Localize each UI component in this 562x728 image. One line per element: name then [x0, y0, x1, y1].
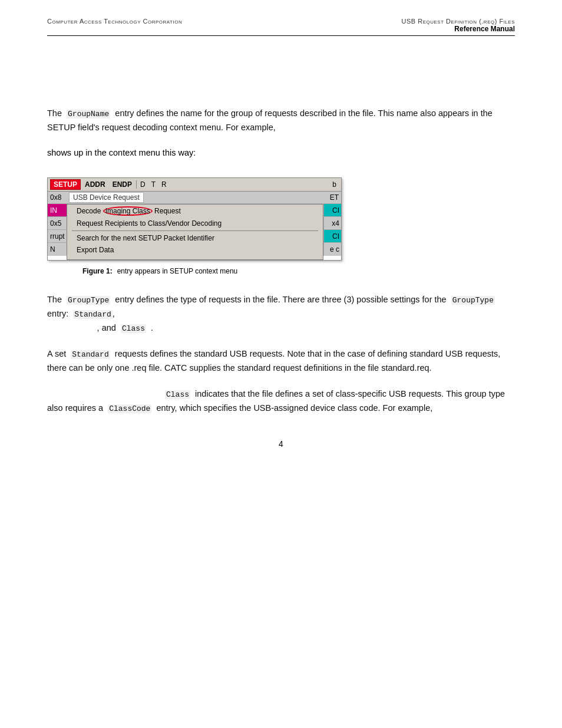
toolbar-t: T: [149, 180, 158, 189]
p2-text2: entry defines the type of requests in th…: [115, 295, 446, 304]
cm-ec-label: e c: [330, 245, 339, 253]
p4-inline2: ClassCode: [108, 404, 151, 413]
p2-text4: ,: [113, 309, 115, 318]
p4-inline1: Class: [165, 390, 190, 399]
header-company: Computer Access Technology Corporation: [47, 18, 182, 25]
menu-item-search[interactable]: Search for the next SETUP Packet Identif…: [67, 232, 323, 244]
cm-n-row: N: [48, 243, 67, 256]
menu-decode-after: Request: [153, 207, 181, 215]
cm-right-ec: e c: [323, 243, 341, 256]
cm-ci2-label: CI: [332, 232, 339, 241]
menu-item-decode[interactable]: Decode Imaging Class Request: [67, 205, 323, 218]
context-menu-image: SETUP ADDR ENDP D T R b 0x8 USB Device R…: [47, 177, 342, 261]
cm-row-1: 0x8 USB Device Request ET: [48, 192, 341, 204]
cm-in-label: IN: [50, 206, 57, 215]
toolbar-bar: SETUP ADDR ENDP D T R b: [48, 178, 341, 192]
p4-text-block: Class indicates that the file defines a …: [47, 387, 515, 416]
cm-right-ci1: CI: [323, 204, 341, 217]
cm-0x5-label: 0x5: [50, 219, 61, 228]
main-content: The GroupName entry defines the name for…: [47, 107, 515, 416]
p2-text5: , and: [97, 323, 116, 332]
menu-separator-1: [72, 230, 318, 231]
header-doc-title: USB Request Definition (.req) Files: [402, 18, 515, 25]
menu-decode-imaging: Imaging Class: [103, 206, 153, 216]
p1-text-before: The: [47, 108, 62, 118]
p3-inline1: Standard: [71, 350, 110, 359]
page-header: Computer Access Technology Corporation U…: [47, 18, 515, 36]
p1-inline-groupname: GroupName: [67, 110, 110, 118]
toolbar-r: R: [159, 180, 169, 189]
shows-up-text: shows up in the context menu this way:: [47, 148, 196, 157]
cm-row-0x5: 0x5: [48, 217, 67, 230]
cm-row1-right: ET: [330, 193, 339, 202]
cm-x4-label: x4: [332, 219, 339, 228]
toolbar-b: b: [330, 180, 339, 189]
p1-text-after: entry defines the name for the group of …: [47, 108, 492, 132]
p2-text6: .: [151, 323, 153, 332]
context-menu-section: SETUP ADDR ENDP D T R b 0x8 USB Device R…: [47, 177, 515, 275]
toolbar-addr: ADDR: [82, 180, 108, 189]
p4-text2: entry, which specifies the USB-assigned …: [156, 403, 432, 413]
paragraph-1: The GroupName entry defines the name for…: [47, 107, 515, 134]
figure-text: entry appears in SETUP context menu: [117, 267, 238, 275]
p2-inline3: Standard: [73, 310, 112, 319]
paragraph-2: The GroupType entry defines the type of …: [47, 293, 515, 335]
p2-inline2: GroupType: [451, 296, 495, 305]
cm-row-in: IN: [48, 204, 67, 217]
p2-text3: entry:: [47, 309, 68, 318]
figure-caption: Figure 1: entry appears in SETUP context…: [82, 267, 515, 275]
cm-dropdown-area: IN 0x5 rrupt N: [48, 204, 341, 260]
header-ref-manual: Reference Manual: [402, 25, 515, 33]
menu-item-recipients[interactable]: Request Recipients to Class/Vendor Decod…: [67, 218, 323, 229]
cm-left-col: IN 0x5 rrupt N: [48, 204, 67, 260]
toolbar-endp: ENDP: [110, 180, 135, 189]
p3-text1: A set: [47, 349, 66, 358]
paragraph-3: A set Standard requests defines the stan…: [47, 347, 515, 375]
figure-label: Figure 1:: [82, 267, 113, 275]
dropdown-menu: Decode Imaging Class Request Request Rec…: [67, 204, 323, 260]
cm-right-ci2: CI: [323, 230, 341, 243]
toolbar-d: D: [138, 180, 148, 189]
cm-rrupt-row: rrupt: [48, 230, 67, 243]
paragraph-4: Class indicates that the file defines a …: [47, 387, 515, 416]
cm-ci1-label: CI: [332, 206, 339, 215]
shows-up-paragraph: shows up in the context menu this way:: [47, 146, 515, 160]
menu-item-export[interactable]: Export Data: [67, 244, 323, 256]
cm-right-col: CI x4 CI e c: [323, 204, 341, 260]
cm-right-x4: x4: [323, 217, 341, 230]
header-right: USB Request Definition (.req) Files Refe…: [402, 18, 515, 33]
menu-bottom-pad: [67, 256, 323, 259]
menu-decode-before: Decode: [77, 207, 103, 215]
toolbar-setup: SETUP: [50, 179, 81, 190]
page-number: 4: [47, 439, 515, 449]
usb-device-request-label: USB Device Request: [69, 192, 144, 203]
p2-text1: The: [47, 295, 62, 304]
p2-inline4: Class: [121, 324, 146, 333]
p2-inline1: GroupType: [67, 296, 110, 305]
cm-row1-left: 0x8: [50, 193, 67, 202]
cm-rrupt-label: rrupt: [50, 232, 65, 241]
page: Computer Access Technology Corporation U…: [0, 0, 562, 728]
p3-text2: requests defines the standard USB reques…: [47, 349, 500, 373]
cm-n-label: N: [50, 245, 55, 253]
